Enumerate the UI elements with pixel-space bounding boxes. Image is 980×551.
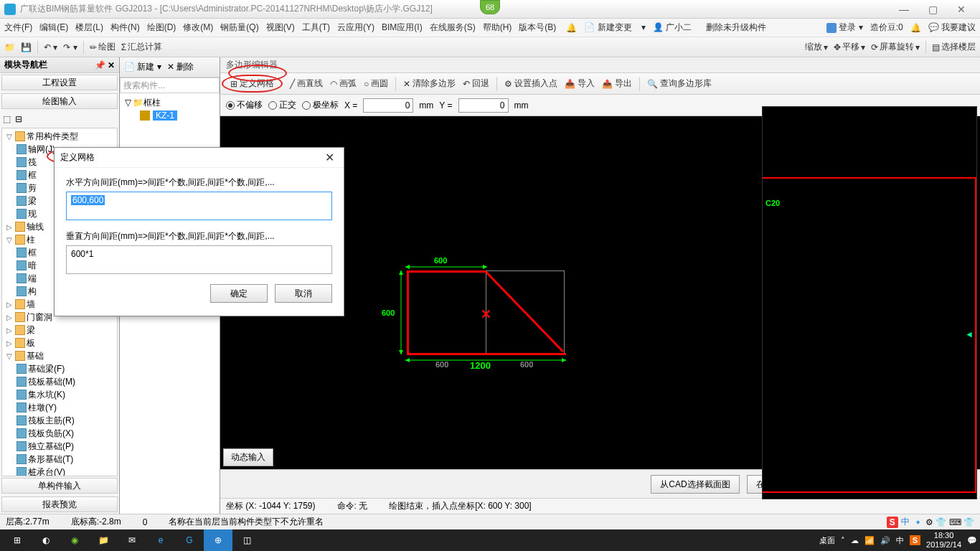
dialog-ok-button[interactable]: 确定: [210, 284, 268, 303]
task-app1[interactable]: ◉: [60, 529, 89, 551]
query-lib-button[interactable]: 🔍 查询多边形库: [647, 77, 712, 90]
radio-no-offset[interactable]: 不偏移: [226, 99, 263, 111]
nav-pin-icon[interactable]: 📌 ✕: [95, 60, 115, 70]
taskbar-volume-icon[interactable]: 🔊: [880, 536, 890, 545]
task-explorer[interactable]: 📁: [89, 529, 118, 551]
tb-save[interactable]: 💾: [21, 42, 32, 52]
tree-f-item[interactable]: 独立基础(P): [28, 441, 74, 453]
draw-arc-button[interactable]: ◠ 画弧: [330, 77, 357, 90]
taskbar-time[interactable]: 18:30: [926, 531, 961, 540]
suggest-button[interactable]: 💬 我要建议: [928, 22, 976, 34]
h-spacing-input[interactable]: 600,600: [66, 192, 332, 220]
tree-item[interactable]: 筏: [28, 156, 37, 169]
menu-new-change[interactable]: 📄 新建变更 ▾: [584, 22, 646, 34]
taskbar-wifi-icon[interactable]: 📶: [864, 536, 875, 545]
tree-f-item[interactable]: 条形基础(T): [28, 453, 73, 466]
tree-f-item[interactable]: 集水坑(K): [28, 389, 65, 401]
import-button[interactable]: 📥 导入: [565, 77, 595, 90]
set-insert-point-button[interactable]: ⚙ 设置插入点: [504, 77, 557, 90]
tb-pan[interactable]: ✥ 平移 ▾: [834, 41, 865, 53]
tree-f-item[interactable]: 柱墩(Y): [28, 402, 57, 414]
menu-del-old[interactable]: 删除未升级构件: [706, 22, 766, 34]
define-grid-button[interactable]: ⊞ 定义网格: [222, 75, 283, 93]
tree-sub[interactable]: 端: [28, 273, 37, 285]
taskbar-desktop[interactable]: 桌面: [819, 535, 835, 546]
menu-rebar[interactable]: 钢筋量(Q): [220, 22, 258, 34]
tree-sub[interactable]: 暗: [28, 260, 37, 272]
tb-rotate[interactable]: ⟳ 屏幕旋转 ▾: [871, 41, 920, 53]
menu-file[interactable]: 文件(F): [4, 22, 32, 34]
dialog-close-button[interactable]: ✕: [321, 151, 338, 164]
nav-single-input[interactable]: 单构件输入: [1, 478, 118, 494]
task-mail[interactable]: ✉: [118, 529, 146, 551]
tree-f-item[interactable]: 筏板负筋(X): [28, 428, 74, 440]
tree-column[interactable]: 柱: [27, 234, 35, 246]
dialog-cancel-button[interactable]: 取消: [275, 284, 332, 303]
login-button[interactable]: 登录 ▾: [826, 22, 863, 34]
nav-proj-settings[interactable]: 工程设置: [1, 75, 118, 90]
menu-edit[interactable]: 编辑(E): [39, 22, 68, 34]
tree-f-item[interactable]: 桩承台(V): [28, 466, 65, 477]
nav-draw-input[interactable]: 绘图输入: [1, 93, 118, 109]
x-input[interactable]: 0: [363, 98, 413, 113]
tree-sub[interactable]: 框: [28, 247, 37, 259]
maximize-button[interactable]: ▢: [918, 4, 947, 15]
task-edge[interactable]: e: [146, 529, 175, 551]
y-input[interactable]: 0: [458, 98, 509, 113]
tree-item[interactable]: 现: [28, 208, 37, 220]
undo-button[interactable]: ↶ 回退: [463, 77, 489, 90]
menu-floor[interactable]: 楼层(L): [75, 22, 103, 34]
start-button[interactable]: ⊞: [3, 529, 32, 551]
tree-root[interactable]: 常用构件类型: [27, 131, 78, 143]
tree-sub[interactable]: 构: [28, 286, 37, 298]
nav-report[interactable]: 报表预览: [1, 496, 118, 512]
draw-line-button[interactable]: ╱ 画直线: [290, 77, 323, 90]
taskbar-cloud-icon[interactable]: ☁: [851, 536, 859, 545]
radio-polar[interactable]: 极坐标: [302, 99, 339, 111]
task-current[interactable]: ⊕: [204, 529, 232, 551]
clear-polygon-button[interactable]: ✕ 清除多边形: [403, 77, 456, 90]
tree-item[interactable]: 剪: [28, 182, 37, 194]
notification-badge[interactable]: 68: [480, 0, 500, 14]
menu-cloud[interactable]: 云应用(Y): [337, 22, 374, 34]
tree-axis[interactable]: 轴网(J): [28, 143, 55, 156]
tb-draw[interactable]: ✏ 绘图: [90, 41, 116, 53]
tb-sum[interactable]: Σ 汇总计算: [121, 41, 162, 53]
ime-label[interactable]: 中: [901, 516, 910, 528]
ime-indicator[interactable]: S: [887, 517, 898, 528]
list-delete-button[interactable]: ✕ 删除: [167, 61, 194, 73]
search-input[interactable]: 搜索构件...: [120, 77, 220, 93]
task-app2[interactable]: G: [175, 529, 204, 551]
task-app3[interactable]: ◫: [232, 529, 261, 551]
tree-wall[interactable]: 墙: [27, 298, 35, 311]
v-spacing-input[interactable]: 600*1: [66, 245, 332, 274]
menu-draw[interactable]: 绘图(D): [147, 22, 176, 34]
menu-component[interactable]: 构件(N): [110, 22, 140, 34]
list-item-selected[interactable]: KZ-1: [153, 110, 177, 121]
tree-f-item[interactable]: 筏板主筋(R): [28, 415, 75, 427]
tb-redo[interactable]: ↷ ▾: [63, 42, 77, 52]
menu-user[interactable]: 👤 广小二: [653, 22, 699, 34]
draw-circle-button[interactable]: ○ 画圆: [364, 77, 388, 90]
tb-zoom[interactable]: 缩放 ▾: [805, 41, 828, 53]
cad-select-button[interactable]: 从CAD选择截面图: [651, 475, 739, 494]
price-beans[interactable]: 造价豆:0: [870, 22, 903, 34]
menu-view[interactable]: 视图(V): [266, 22, 295, 34]
main-viewport[interactable]: C20 ◄: [762, 106, 977, 499]
menu-help[interactable]: 帮助(H): [483, 22, 512, 34]
list-new-button[interactable]: 📄 新建 ▾: [124, 61, 161, 73]
taskbar-ime[interactable]: 中: [896, 535, 904, 546]
tree-f-item[interactable]: 基础梁(F): [28, 363, 65, 375]
tree-slab[interactable]: 板: [27, 337, 35, 349]
dynamic-input-toggle[interactable]: 动态输入: [223, 448, 273, 466]
nav-expand-icon[interactable]: ⬚: [3, 114, 11, 124]
tb-undo[interactable]: ↶ ▾: [44, 42, 57, 52]
tree-f-item[interactable]: 筏板基础(M): [28, 376, 75, 388]
tree-beam[interactable]: 梁: [27, 324, 35, 336]
radio-ortho[interactable]: 正交: [268, 99, 296, 111]
export-button[interactable]: 📤 导出: [602, 77, 632, 90]
taskbar-notifications[interactable]: 💬: [967, 536, 977, 545]
minimize-button[interactable]: —: [890, 4, 918, 15]
tb-select-floor[interactable]: ▤ 选择楼层: [932, 41, 976, 53]
tree-item[interactable]: 框: [28, 169, 37, 182]
